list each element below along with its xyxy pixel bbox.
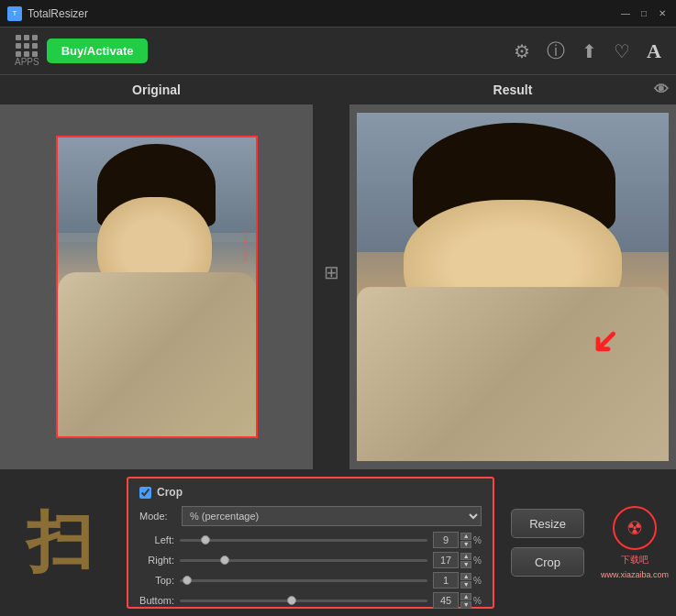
left-value-box: ▲ ▼ % — [433, 532, 482, 548]
left-unit: % — [473, 535, 482, 545]
left-value-input[interactable] — [433, 532, 459, 548]
logo-url: www.xiazaiba.com — [601, 570, 669, 579]
right-slider[interactable] — [180, 559, 427, 562]
right-label: Right: — [139, 555, 174, 566]
apps-launcher[interactable]: APPS — [15, 35, 39, 67]
bottom-slider-row: Buttom: ▲ ▼ % — [139, 592, 482, 609]
top-value-box: ▲ ▼ % — [433, 572, 482, 588]
original-panel: Original xiazaiba — [0, 75, 313, 469]
original-image: xiazaiba — [56, 136, 258, 438]
main-area: Original xiazaiba — [0, 75, 676, 616]
title-controls: — □ ✕ — [619, 7, 669, 20]
right-value-box: ▲ ▼ % — [433, 552, 482, 568]
minimize-button[interactable]: — — [619, 7, 632, 20]
original-content: xiazaiba — [0, 104, 313, 469]
toolbar-right: ⚙ ⓘ ⬆ ♡ A — [514, 38, 661, 63]
left-slider-row: Left: ▲ ▼ % — [139, 532, 482, 548]
mode-label: Mode: — [139, 511, 176, 522]
mode-row: Mode: % (percentage) — [139, 506, 482, 526]
top-label: Top: — [139, 575, 174, 586]
bottom-spinner[interactable]: ▲ ▼ — [460, 593, 471, 609]
share-icon[interactable]: ⬆ — [582, 40, 597, 62]
top-slider[interactable] — [180, 579, 427, 582]
crop-settings-panel: Crop Mode: % (percentage) Left: ▲ ▼ — [127, 477, 494, 609]
logo-domain: 下载吧 — [621, 554, 648, 566]
right-slider-row: Right: ▲ ▼ % — [139, 552, 482, 568]
right-down-btn[interactable]: ▼ — [460, 561, 471, 568]
info-icon[interactable]: ⓘ — [547, 38, 565, 63]
buy-activate-button[interactable]: Buy/Activate — [47, 38, 149, 63]
eye-icon[interactable]: 👁 — [654, 82, 669, 98]
bottom-up-btn[interactable]: ▲ — [460, 593, 471, 600]
bottom-unit: % — [473, 596, 482, 606]
compare-icon[interactable]: ⊞ — [324, 261, 339, 283]
app-title: TotalResizer — [28, 7, 88, 20]
right-value-input[interactable] — [433, 552, 459, 568]
right-buttons: Resize Crop — [502, 469, 593, 616]
result-panel: Result 👁 ➜ — [349, 75, 676, 469]
result-image: ➜ — [357, 113, 669, 461]
title-left: T TotalResizer — [7, 6, 88, 21]
app-icon: T — [7, 6, 22, 21]
result-header: Result 👁 — [349, 75, 676, 104]
maximize-button[interactable]: □ — [637, 7, 650, 20]
kanji-watermark: 扫 — [27, 499, 93, 587]
original-label: Original — [132, 82, 181, 97]
bottom-section: 扫 Crop Mode: % (percentage) Left: — [0, 469, 676, 616]
right-unit: % — [473, 556, 482, 566]
top-slider-row: Top: ▲ ▼ % — [139, 572, 482, 588]
bottom-label: Buttom: — [139, 595, 174, 606]
top-unit: % — [473, 576, 482, 586]
top-down-btn[interactable]: ▼ — [460, 581, 471, 588]
close-button[interactable]: ✕ — [656, 7, 669, 20]
bottom-down-btn[interactable]: ▼ — [460, 601, 471, 609]
bottom-right-logo: ☢ 下载吧 www.xiazaiba.com — [593, 469, 676, 616]
right-up-btn[interactable]: ▲ — [460, 553, 471, 560]
top-value-input[interactable] — [433, 572, 459, 588]
crop-checkbox[interactable] — [139, 487, 151, 499]
top-spinner[interactable]: ▲ ▼ — [460, 573, 471, 588]
mode-select[interactable]: % (percentage) — [182, 506, 482, 526]
font-icon[interactable]: A — [647, 39, 661, 63]
result-label: Result — [493, 82, 533, 97]
crop-button[interactable]: Crop — [511, 547, 584, 577]
right-spinner[interactable]: ▲ ▼ — [460, 553, 471, 568]
left-up-btn[interactable]: ▲ — [460, 533, 471, 540]
heart-icon[interactable]: ♡ — [614, 40, 630, 62]
top-up-btn[interactable]: ▲ — [460, 573, 471, 580]
toolbar: APPS Buy/Activate ⚙ ⓘ ⬆ ♡ A — [0, 28, 676, 75]
panel-divider: ⊞ — [313, 75, 349, 469]
bottom-left-logo: 扫 — [0, 469, 119, 616]
bottom-value-input[interactable] — [433, 592, 459, 609]
resize-button[interactable]: Resize — [511, 509, 584, 538]
left-spinner[interactable]: ▲ ▼ — [460, 533, 471, 548]
panels-area: Original xiazaiba — [0, 75, 676, 469]
apps-label: APPS — [15, 57, 39, 67]
original-header: Original — [0, 75, 313, 104]
bottom-value-box: ▲ ▼ % — [433, 592, 482, 609]
left-slider[interactable] — [180, 539, 427, 542]
crop-header: Crop — [139, 486, 482, 499]
result-content: ➜ — [349, 104, 676, 469]
settings-icon[interactable]: ⚙ — [514, 40, 530, 62]
logo-badge: ☢ — [613, 506, 657, 550]
left-down-btn[interactable]: ▼ — [460, 541, 471, 548]
left-label: Left: — [139, 534, 174, 545]
title-bar: T TotalResizer — □ ✕ — [0, 0, 676, 28]
watermark: xiazaiba — [241, 231, 250, 261]
logo-symbol: ☢ — [626, 517, 643, 539]
toolbar-left: APPS Buy/Activate — [15, 35, 148, 67]
crop-title: Crop — [157, 486, 183, 499]
bottom-slider[interactable] — [180, 600, 427, 602]
